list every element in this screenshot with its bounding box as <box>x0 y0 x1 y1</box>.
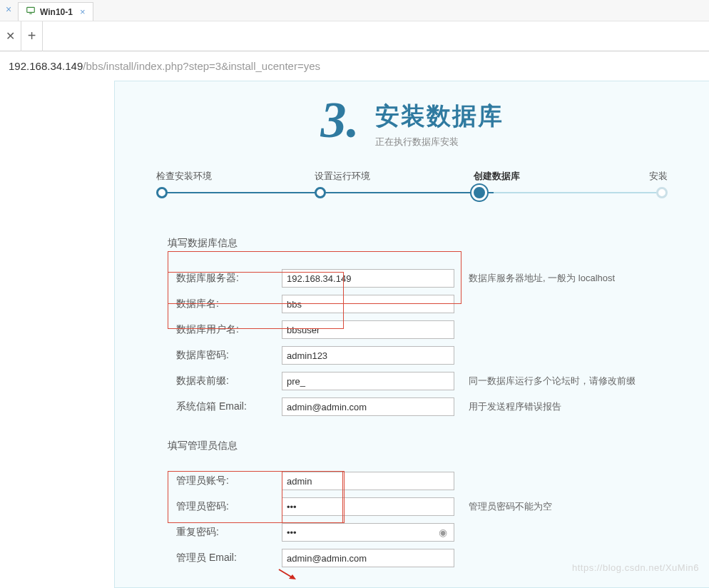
db-user-input[interactable] <box>282 320 454 339</box>
svg-rect-1 <box>29 14 32 14</box>
field-label: 重复密码: <box>168 526 282 539</box>
field-label: 数据库密码: <box>168 349 282 362</box>
admin-password-input[interactable] <box>282 497 454 516</box>
db-prefix-input[interactable] <box>282 372 454 390</box>
ide-tab[interactable]: Win10-1 × <box>18 2 93 21</box>
ide-tab-title: Win10-1 <box>40 7 73 17</box>
field-label: 管理员密码: <box>168 500 282 513</box>
page-title: 安装数据库 <box>375 100 504 133</box>
section-heading-db: 填写数据库信息 <box>168 237 656 250</box>
eye-icon[interactable]: ◉ <box>439 527 447 538</box>
field-hint: 管理员密码不能为空 <box>469 500 552 513</box>
ide-close-icon[interactable]: × <box>3 4 14 16</box>
db-password-input[interactable] <box>282 346 454 365</box>
step-dot-done <box>156 187 168 198</box>
field-label: 数据库用户名: <box>168 323 282 336</box>
admin-account-input[interactable] <box>282 472 454 490</box>
step-label: 检查安装环境 <box>156 170 212 183</box>
page-content: 3. 安装数据库 正在执行数据库安装 检查安装环境 设置运行环境 创建数据库 安… <box>114 81 709 588</box>
field-hint: 同一数据库运行多个论坛时，请修改前缀 <box>469 375 636 387</box>
page-heading: 3. 安装数据库 正在执行数据库安装 <box>115 94 709 148</box>
arrow-icon <box>277 568 297 581</box>
db-server-input[interactable] <box>282 269 454 288</box>
step-dot-done <box>315 187 326 198</box>
address-bar[interactable]: 192.168.34.149/bbs/install/index.php?ste… <box>0 51 709 80</box>
browser-new-tab[interactable]: + <box>21 21 43 51</box>
step-label: 安装 <box>649 170 668 183</box>
step-label: 设置运行环境 <box>315 170 370 183</box>
watermark: https://blog.csdn.net/XuMin6 <box>572 562 699 573</box>
svg-rect-0 <box>27 7 35 12</box>
step-dot-current <box>474 187 485 198</box>
field-label: 管理员账号: <box>168 475 282 487</box>
field-label: 数据库服务器: <box>168 272 282 285</box>
ide-tab-strip: Win10-1 × <box>0 0 709 21</box>
step-dot-todo <box>656 187 668 198</box>
db-mail-input[interactable] <box>282 397 454 416</box>
admin-mail-input[interactable] <box>282 549 454 567</box>
browser-close-tab[interactable]: ✕ <box>0 21 21 51</box>
field-hint: 数据库服务器地址, 一般为 localhost <box>469 272 615 285</box>
addr-path: /bbs/install/index.php?step=3&install_uc… <box>83 60 320 72</box>
step-progress: 检查安装环境 设置运行环境 创建数据库 安装 <box>156 170 668 203</box>
section-heading-admin: 填写管理员信息 <box>168 440 656 452</box>
db-name-input[interactable] <box>282 295 454 313</box>
field-hint: 用于发送程序错误报告 <box>469 400 561 413</box>
field-label: 系统信箱 Email: <box>168 400 282 413</box>
step-number: 3. <box>321 94 359 146</box>
field-label: 数据库名: <box>168 298 282 310</box>
form: 填写数据库信息 数据库服务器: 数据库服务器地址, 一般为 localhost … <box>168 237 656 588</box>
browser-tab-bar: ✕ + <box>0 21 709 51</box>
field-label: 管理员 Email: <box>168 552 282 564</box>
svg-marker-3 <box>289 574 296 579</box>
ide-tab-close-icon[interactable]: × <box>77 6 86 17</box>
admin-repeat-password-input[interactable] <box>282 523 454 542</box>
monitor-icon <box>26 6 36 18</box>
page-subtitle: 正在执行数据库安装 <box>375 136 504 148</box>
field-label: 数据表前缀: <box>168 375 282 387</box>
step-label-current: 创建数据库 <box>474 170 520 183</box>
addr-host: 192.168.34.149 <box>9 60 83 72</box>
